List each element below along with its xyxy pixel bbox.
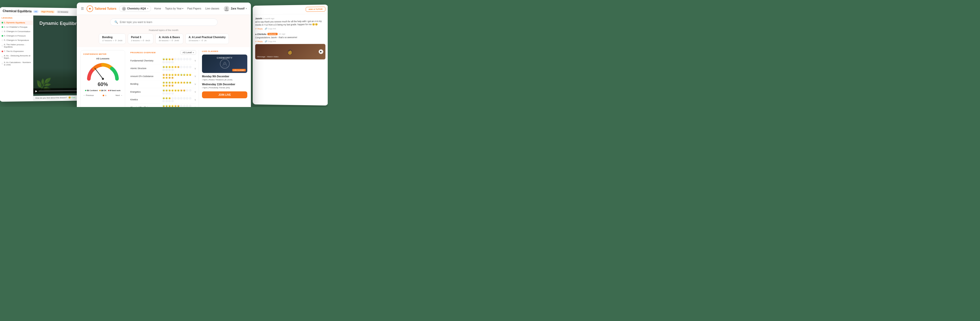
emoji-2-4: 😕 (174, 73, 177, 76)
left-panel-title: Chemical Equilibria (3, 9, 32, 13)
nav-home[interactable]: Home (154, 7, 161, 10)
emoji-6-6 (180, 105, 183, 107)
featured-section: Featured topics of the month: Bonding 17… (77, 28, 251, 47)
emoji-6-7 (183, 105, 186, 107)
emoji-4-5: 😐 (177, 89, 180, 92)
subject-icon (122, 6, 126, 11)
emoji-2-8: 😐 (186, 73, 188, 76)
lesson-item-1[interactable]: 1. Dynamic Equilibria (0, 20, 33, 25)
emoji-3-6: 😕 (180, 81, 183, 84)
comment-2-text: Congratulations Jasvin - that's so aweso… (255, 36, 325, 39)
lesson-item-9[interactable]: 9. Kc Calculations - Numbers & Units (0, 60, 33, 67)
emoji-2-9: 😐 (189, 73, 191, 76)
emoji-6-3: 😐 (171, 105, 174, 107)
topic-bonding-name: Bonding (102, 36, 123, 39)
play-button[interactable]: ▶ (35, 90, 37, 92)
lesson-item-6[interactable]: 6. The Haber process - Equilibria (0, 42, 33, 49)
confidence-meter: CONFIDENCE METER AS Lessons (80, 50, 125, 107)
lesson-item-3[interactable]: 3. Changes in Concentration (0, 29, 33, 34)
emoji-4-11 (165, 92, 168, 95)
emoji-2-10: 😕 (162, 76, 165, 79)
emoji-4-10 (162, 92, 165, 95)
feedback-positive[interactable]: 😊 Con... (68, 96, 77, 99)
emoji-2-3: 😐 (171, 73, 174, 76)
comment-2-copy[interactable]: 🔗 Copy link (265, 40, 276, 43)
lesson-item-5[interactable]: 5. Changes in Temperature (0, 38, 33, 43)
emoji-4-7: 😟 (183, 89, 186, 92)
search-box[interactable]: 🔍 (110, 18, 218, 26)
comment-video-thumb[interactable]: 👩 ▶ Message - Watch Video (255, 44, 325, 59)
user-area[interactable]: Zara Yousif ▾ (224, 6, 247, 11)
topic-card-practical[interactable]: A: A Level Practical Chemistry 10 lesson… (185, 33, 229, 44)
next-button[interactable]: Next → (115, 94, 123, 97)
topic-name-4: Energetics (130, 91, 162, 93)
lesson-item-4[interactable]: 4. Changes in Pressure (0, 33, 33, 38)
ask-tutor-button[interactable]: ASK A TUTOR (305, 6, 325, 12)
emoji-1-1: 😊 (165, 66, 168, 68)
lesson-item-7[interactable]: 7. The Kc Expression (0, 49, 33, 54)
emoji-3-12: 😟 (168, 84, 171, 87)
search-input[interactable] (120, 21, 213, 24)
chemistry-icon (220, 59, 230, 69)
expand-btn-0[interactable]: ∨ (194, 59, 196, 62)
emoji-3-10: 😐 (162, 84, 165, 87)
nav-live[interactable]: Live classes (205, 7, 219, 10)
lesson-dot-1 (2, 22, 3, 23)
emoji-6-4: 😕 (174, 105, 177, 107)
emoji-4-8 (186, 89, 188, 92)
subject-selector[interactable]: Chemistry AQA ▾ (119, 6, 151, 12)
comment-1-time: 1 month ago (263, 17, 274, 19)
emoji-0-3: 😟 (171, 58, 174, 60)
comment-2: a Chiritolu Instructor 1m ago Congratula… (255, 32, 325, 59)
emoji-0-8 (186, 58, 188, 60)
topic-card-acids[interactable]: A: Acids & Bases 20 lessons • ⏱ 2h45 (155, 33, 183, 44)
emoji-5-2: 😐 (168, 97, 171, 100)
instructor-badge: Instructor (267, 33, 277, 35)
comment-1: Jasvin 1 month ago ad to say thank you s… (255, 16, 325, 30)
progress-row-1: Atomic Structure😊😊😐😐😕😟∨ (130, 65, 196, 73)
play-icon[interactable]: ▶ (319, 49, 323, 54)
emoji-2-2: 😐 (168, 73, 171, 76)
join-live-button[interactable]: JOIN LIVE (202, 91, 247, 98)
topic-card-period3[interactable]: Period 3 2 lessons • ⏱ 0h15 (128, 33, 153, 44)
topic-card-bonding[interactable]: Bonding 17 lessons • ⏱ 2h30 (99, 33, 126, 44)
emoji-1-10 (162, 68, 165, 71)
level-selector[interactable]: AS Level ▾ (180, 50, 196, 55)
comment-1-reply[interactable]: ↩ Reply (255, 28, 262, 30)
video-progress-bar[interactable] (39, 90, 80, 91)
expand-btn-5[interactable]: ∨ (194, 98, 196, 101)
emoji-1-3: 😐 (171, 66, 174, 68)
live-classes-section: LIVE CLASSES CHEMISRTY LIVE CLASSES Mond… (199, 50, 247, 107)
expand-btn-4[interactable]: ∨ (194, 91, 196, 93)
expand-btn-1[interactable]: ∨ (194, 67, 196, 70)
live-date-1: Monday 9th December (202, 75, 247, 78)
emoji-1-13 (171, 68, 174, 71)
emoji-5-5 (177, 97, 180, 100)
nav-papers[interactable]: Past Papers (188, 7, 201, 10)
confidence-title: CONFIDENCE METER (83, 53, 123, 55)
emoji-3-4: 😐 (174, 81, 177, 84)
expand-btn-6[interactable]: ∨ (194, 106, 196, 107)
emoji-0-6 (180, 58, 183, 60)
gauge-area: AS Lessons 60% (83, 57, 123, 87)
emoji-0-10 (162, 61, 165, 64)
hamburger-button[interactable]: ☰ (81, 6, 84, 11)
dot-1 (103, 95, 104, 96)
svg-point-7 (224, 64, 226, 65)
expand-btn-3[interactable]: ∨ (194, 83, 196, 86)
comment-1-actions: ↩ Reply 🔗 Copy link (255, 27, 325, 30)
priority-badge: High Priority (40, 10, 55, 13)
expand-btn-2[interactable]: ∨ (194, 75, 196, 78)
svg-point-3 (226, 7, 228, 9)
emoji-2-11: 😕 (165, 76, 168, 79)
prev-button[interactable]: ← Previous (83, 94, 94, 97)
emoji-0-1: 😊 (165, 58, 168, 60)
logo-icon (86, 5, 93, 12)
comment-1-copy[interactable]: 🔗 Copy link (265, 27, 276, 30)
lesson-item-2[interactable]: 2. Le Chatelier's Principle (0, 25, 33, 29)
comment-2-reply[interactable]: ↩ Reply (255, 40, 262, 43)
nav-topics[interactable]: Topics by Year ▾ (165, 7, 183, 10)
center-panel: ☰ Tailored Tutors Chemistry AQA ▾ (77, 3, 251, 107)
lesson-item-8[interactable]: 8. Kc - Deducing Amounts at Equil... (0, 54, 33, 60)
stat-need-work: 9 Need work (108, 89, 121, 92)
